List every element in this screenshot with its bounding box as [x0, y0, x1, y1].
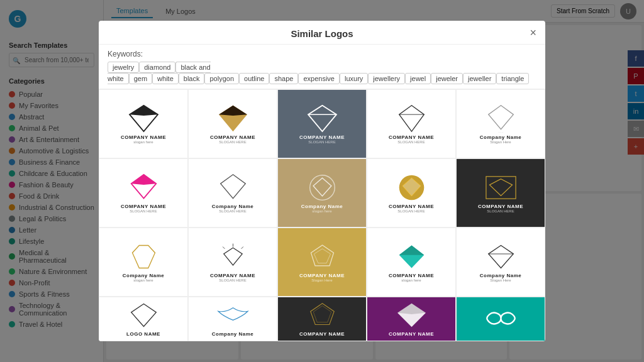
keyword-tag[interactable]: shape: [269, 73, 298, 84]
svg-marker-30: [131, 304, 156, 327]
logo-slogan: SLOGAN HERE: [219, 140, 246, 144]
similar-logos-modal: Similar Logos × Keywords: jewelrydiamond…: [99, 21, 545, 341]
svg-marker-20: [223, 248, 242, 265]
svg-marker-24: [311, 245, 333, 266]
svg-marker-18: [489, 178, 512, 195]
svg-marker-28: [488, 245, 513, 268]
modal-close-button[interactable]: ×: [530, 27, 536, 38]
svg-marker-32: [313, 306, 331, 322]
svg-marker-25: [314, 248, 330, 263]
keyword-tag[interactable]: jeweller: [463, 73, 496, 84]
logo-company-name: Company Name: [480, 273, 521, 278]
keyword-tag[interactable]: luxury: [340, 73, 368, 84]
logo-card[interactable]: COMPANY NAME: [367, 297, 456, 341]
logo-card[interactable]: COMPANY NAME: [277, 297, 367, 341]
svg-marker-19: [132, 245, 155, 268]
logo-slogan: Slogan Here: [490, 140, 511, 144]
keyword-tag[interactable]: white: [152, 73, 179, 84]
logo-company-name: Company Name: [123, 273, 164, 278]
svg-marker-8: [488, 105, 513, 129]
svg-marker-1: [130, 105, 158, 115]
logo-slogan: SLOGAN HERE: [219, 209, 246, 213]
logo-card[interactable]: COMPANY NAME SLOGAN HERE: [99, 158, 188, 228]
logo-company-name: LOGO NAME: [126, 331, 160, 337]
logo-slogan: slogan here: [401, 278, 421, 282]
svg-marker-6: [399, 105, 424, 131]
logo-card[interactable]: COMPANY NAME SLOGAN HERE: [277, 89, 367, 158]
modal-header: Similar Logos ×: [99, 21, 545, 45]
logo-card[interactable]: COMPANY NAME SLOGAN HERE: [456, 158, 545, 228]
logo-card[interactable]: Company Name SLOGAN HERE: [188, 158, 277, 228]
logo-card[interactable]: COMPANY NAME SLOGAN HERE: [367, 158, 456, 228]
logo-company-name: COMPANY NAME: [121, 204, 166, 209]
logo-company-name: COMPANY NAME: [478, 204, 523, 209]
svg-marker-27: [399, 245, 424, 255]
logo-company-name: Company Name: [480, 134, 521, 140]
keyword-tag[interactable]: diamond: [139, 62, 175, 73]
logo-card[interactable]: LOGO NAME: [99, 297, 188, 341]
logo-card[interactable]: Company Name slogan here: [99, 228, 188, 297]
logo-slogan: slogan here: [133, 278, 153, 282]
keyword-tag[interactable]: jeweler: [431, 73, 463, 84]
logo-company-name: Company Name: [301, 204, 343, 209]
logo-company-name: COMPANY NAME: [299, 273, 345, 278]
svg-marker-14: [313, 178, 331, 196]
logo-card[interactable]: [456, 297, 545, 341]
logo-company-name: Company Name: [212, 331, 253, 337]
logo-card[interactable]: COMPANY NAME slogan here: [99, 89, 188, 158]
keyword-tag[interactable]: gem: [129, 73, 152, 84]
logos-grid: COMPANY NAME slogan here COMPANY NAME SL…: [99, 89, 545, 341]
modal-overlay: Similar Logos × Keywords: jewelrydiamond…: [0, 0, 644, 362]
keywords-label: Keywords:: [108, 50, 143, 58]
svg-marker-34: [397, 304, 426, 314]
keyword-tag[interactable]: jewel: [405, 73, 431, 84]
logo-card[interactable]: Company Name slogan here: [277, 158, 367, 228]
logo-slogan: SLOGAN HERE: [130, 209, 157, 213]
logo-slogan: SLOGAN HERE: [397, 209, 425, 213]
logo-company-name: COMPANY NAME: [299, 134, 345, 140]
keyword-tag[interactable]: triangle: [496, 73, 529, 84]
svg-marker-3: [219, 105, 247, 115]
logo-company-name: COMPANY NAME: [389, 204, 434, 209]
logo-slogan: SLOGAN HERE: [397, 140, 425, 144]
logo-card[interactable]: COMPANY NAME slogan here: [367, 228, 456, 297]
logo-card[interactable]: ✦✦✦ Company Name Slogan Here: [456, 89, 545, 158]
logo-card[interactable]: COMPANY NAME SLOGAN HERE: [188, 89, 277, 158]
logo-card[interactable]: COMPANY NAME SLOGAN HERE: [367, 89, 456, 158]
logo-company-name: COMPANY NAME: [210, 134, 255, 140]
keyword-tag[interactable]: jewelry: [108, 62, 139, 73]
svg-line-22: [241, 246, 243, 248]
logo-company-name: COMPANY NAME: [121, 134, 166, 140]
logo-slogan: slogan here: [312, 209, 331, 213]
keyword-tag[interactable]: black: [179, 73, 205, 84]
logo-slogan: Slogan Here: [311, 278, 332, 282]
logo-card[interactable]: COMPANY NAME Slogan Here: [277, 228, 367, 297]
logo-slogan: SLOGAN HERE: [219, 278, 246, 282]
svg-marker-4: [308, 105, 336, 131]
logo-company-name: COMPANY NAME: [210, 273, 255, 278]
keyword-tag[interactable]: expensive: [298, 73, 340, 84]
keyword-tag[interactable]: jewellery: [368, 73, 405, 84]
modal-title: Similar Logos: [109, 28, 535, 39]
svg-marker-12: [220, 174, 245, 198]
logo-company-name: COMPANY NAME: [389, 134, 434, 140]
logo-slogan: SLOGAN HERE: [308, 140, 335, 144]
logo-card[interactable]: Company Name Slogan Here: [456, 228, 545, 297]
svg-marker-11: [131, 174, 156, 184]
logo-slogan: Slogan Here: [490, 278, 511, 282]
logo-slogan: SLOGAN HERE: [487, 209, 514, 213]
keyword-tag[interactable]: outline: [239, 73, 269, 84]
logo-company-name: Company Name: [212, 204, 253, 209]
logo-company-name: COMPANY NAME: [389, 331, 434, 337]
logo-company-name: COMPANY NAME: [299, 331, 345, 337]
logo-card[interactable]: Company Name: [188, 297, 277, 341]
keyword-tag[interactable]: polygon: [204, 73, 239, 84]
keywords-bar: Keywords: jewelrydiamondblack and whiteg…: [99, 45, 545, 89]
logo-slogan: slogan here: [133, 140, 153, 144]
svg-text:✦✦✦: ✦✦✦: [498, 131, 504, 132]
svg-line-23: [223, 246, 225, 248]
logo-company-name: COMPANY NAME: [389, 273, 434, 278]
keywords-tags: jewelrydiamondblack and whitegemwhitebla…: [108, 61, 536, 84]
logo-card[interactable]: COMPANY NAME SLOGAN HERE: [188, 228, 277, 297]
